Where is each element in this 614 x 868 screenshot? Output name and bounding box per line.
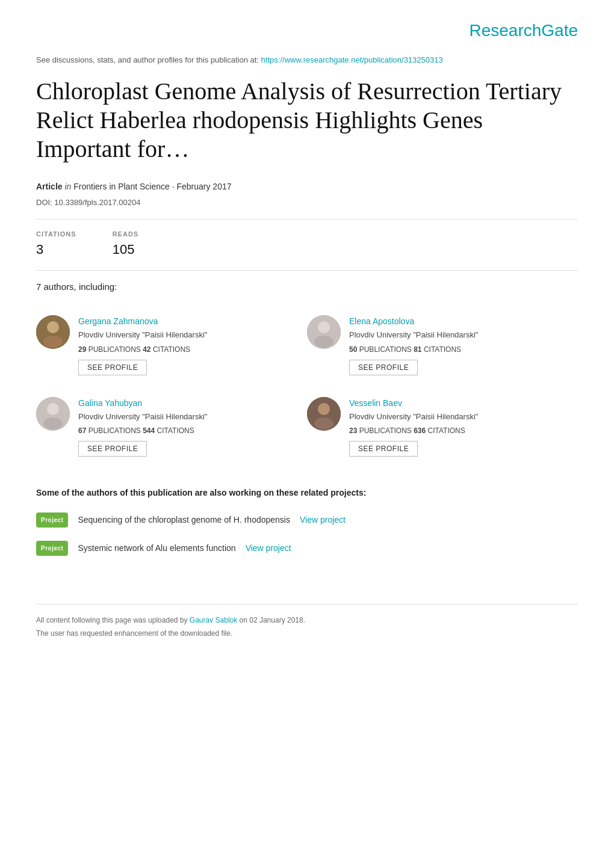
svg-point-5 [314,336,333,348]
authors-label: authors, including: [44,282,117,292]
reads-label: READS [113,229,139,239]
author-cites-label-1: CITATIONS [153,345,190,354]
author-avatar-1 [36,315,70,349]
doi-value: 10.3389/fpls.2017.00204 [54,198,140,207]
article-doi: DOI: 10.3389/fpls.2017.00204 [36,197,578,209]
project-badge-1: Project [36,512,68,528]
project-badge-2: Project [36,541,68,556]
author-name-4[interactable]: Vesselin Baev [349,397,478,410]
author-pubs-4: 23 [349,426,357,435]
author-cites-label-4: CITATIONS [428,426,465,435]
author-stats-2: 50 PUBLICATIONS 81 CITATIONS [349,344,478,355]
footer-suffix: on 02 January 2018. [240,616,305,624]
article-meta: Article in Frontiers in Plant Science · … [36,180,578,193]
svg-point-2 [43,336,63,348]
project-text-1: Sequencing of the chloroplast genome of … [78,514,290,526]
doi-label: DOI: [36,198,52,207]
author-stats-1: 29 PUBLICATIONS 42 CITATIONS [78,344,207,355]
project-item-1: Project Sequencing of the chloroplast ge… [36,512,578,528]
authors-heading: 7 authors, including: [36,280,578,294]
svg-point-10 [318,403,330,415]
svg-point-4 [318,321,330,333]
author-cites-2: 81 [414,345,421,354]
article-journal: Frontiers in Plant Science · February 20… [73,182,231,191]
author-cites-4: 636 [414,426,426,435]
author-avatar-4 [307,397,341,431]
author-cites-3: 544 [143,426,155,435]
author-pubs-label-4: PUBLICATIONS [359,426,414,435]
author-name-3[interactable]: Galina Yahubyan [78,397,207,410]
see-profile-btn-1[interactable]: SEE PROFILE [78,360,147,375]
author-pubs-label-2: PUBLICATIONS [359,345,414,354]
see-profile-btn-2[interactable]: SEE PROFILE [349,360,418,375]
footer: All content following this page was uplo… [36,604,578,640]
author-pubs-3: 67 [78,426,86,435]
project-link-1[interactable]: View project [300,514,346,526]
see-profile-btn-4[interactable]: SEE PROFILE [349,441,418,457]
reads-value: 105 [113,239,139,259]
logo-area: ResearchGate [36,18,578,43]
project-link-2[interactable]: View project [246,542,291,555]
article-title: Chloroplast Genome Analysis of Resurrect… [36,77,578,164]
see-discussions-bar: See discussions, stats, and author profi… [36,54,578,66]
researchgate-logo: ResearchGate [469,21,578,40]
author-affiliation-1: Plovdiv University "Paisii Hilendarski" [78,329,207,341]
svg-point-7 [47,403,59,415]
author-affiliation-4: Plovdiv University "Paisii Hilendarski" [349,411,478,423]
see-profile-btn-3[interactable]: SEE PROFILE [78,441,147,457]
author-name-2[interactable]: Elena Apostolova [349,315,478,328]
author-pubs-2: 50 [349,345,357,354]
author-cites-label-3: CITATIONS [157,426,194,435]
author-affiliation-2: Plovdiv University "Paisii Hilendarski" [349,329,478,341]
author-name-1[interactable]: Gergana Zahmanova [78,315,207,328]
citations-value: 3 [36,239,76,259]
divider-2 [36,270,578,271]
author-info-1: Gergana Zahmanova Plovdiv University "Pa… [78,315,207,375]
related-projects-heading: Some of the authors of this publication … [36,487,578,499]
citations-label: CITATIONS [36,229,76,239]
article-in-label: in [64,182,73,191]
author-card-4: Vesselin Baev Plovdiv University "Paisii… [307,386,578,468]
author-info-2: Elena Apostolova Plovdiv University "Pai… [349,315,478,375]
svg-point-1 [47,321,59,333]
svg-point-8 [43,417,63,429]
author-card-2: Elena Apostolova Plovdiv University "Pai… [307,304,578,386]
page-container: ResearchGate See discussions, stats, and… [0,0,614,676]
author-info-4: Vesselin Baev Plovdiv University "Paisii… [349,397,478,457]
article-type-label: Article [36,182,63,191]
footer-prefix: All content following this page was uplo… [36,616,188,624]
author-stats-4: 23 PUBLICATIONS 636 CITATIONS [349,425,478,436]
reads-block: READS 105 [113,229,139,259]
author-pubs-label-1: PUBLICATIONS [88,345,143,354]
footer-line-2: The user has requested enhancement of th… [36,627,578,641]
author-info-3: Galina Yahubyan Plovdiv University "Pais… [78,397,207,457]
divider-1 [36,219,578,220]
author-avatar-3 [36,397,70,431]
author-cites-1: 42 [143,345,150,354]
authors-count: 7 [36,282,41,292]
svg-point-11 [314,417,333,429]
author-stats-3: 67 PUBLICATIONS 544 CITATIONS [78,425,207,436]
author-affiliation-3: Plovdiv University "Paisii Hilendarski" [78,411,207,423]
author-pubs-1: 29 [78,345,86,354]
project-text-2: Systemic network of Alu elements functio… [78,542,235,555]
author-card-3: Galina Yahubyan Plovdiv University "Pais… [36,386,307,468]
citations-block: CITATIONS 3 [36,229,76,259]
footer-line-1: All content following this page was uplo… [36,614,578,627]
author-pubs-label-3: PUBLICATIONS [88,426,143,435]
see-discussions-link[interactable]: https://www.researchgate.net/publication… [261,55,443,64]
author-cites-label-2: CITATIONS [424,345,461,354]
footer-uploader[interactable]: Gaurav Sablok [190,616,237,624]
see-discussions-text: See discussions, stats, and author profi… [36,55,259,64]
stats-row: CITATIONS 3 READS 105 [36,229,578,259]
author-avatar-2 [307,315,341,349]
project-item-2: Project Systemic network of Alu elements… [36,541,578,556]
author-card-1: Gergana Zahmanova Plovdiv University "Pa… [36,304,307,386]
authors-grid: Gergana Zahmanova Plovdiv University "Pa… [36,304,578,467]
